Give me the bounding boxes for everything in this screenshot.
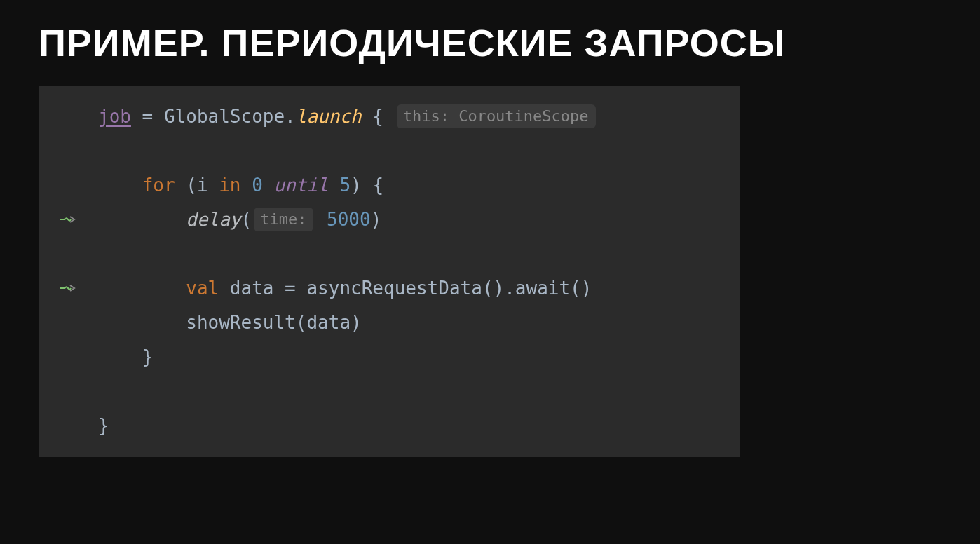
code-line-4: delay(time: 5000)	[98, 209, 381, 230]
code-line-3: for (i in 0 until 5) {	[98, 175, 383, 196]
code-editor: job = GlobalScope.launch { this: Corouti…	[39, 86, 740, 457]
code-line-2	[98, 140, 109, 161]
suspend-icon	[58, 212, 78, 227]
editor-gutter	[39, 86, 98, 457]
code-line-10: }	[98, 415, 109, 436]
code-line-7: showResult(data)	[98, 312, 362, 333]
inlay-hint: time:	[254, 208, 313, 231]
inlay-hint: this: CoroutineScope	[397, 104, 596, 128]
code-line-6: val data = asyncRequestData().await()	[98, 278, 592, 299]
suspend-icon	[58, 280, 78, 296]
code-block: job = GlobalScope.launch { this: Corouti…	[98, 86, 740, 457]
slide: ПРИМЕР. ПЕРИОДИЧЕСКИЕ ЗАПРОСЫ job = Glob…	[0, 0, 980, 478]
code-line-8: }	[98, 346, 153, 367]
code-line-5	[98, 243, 109, 264]
slide-title: ПРИМЕР. ПЕРИОДИЧЕСКИЕ ЗАПРОСЫ	[39, 21, 941, 64]
code-line-1: job = GlobalScope.launch { this: Corouti…	[98, 106, 598, 127]
code-line-9	[98, 381, 109, 402]
